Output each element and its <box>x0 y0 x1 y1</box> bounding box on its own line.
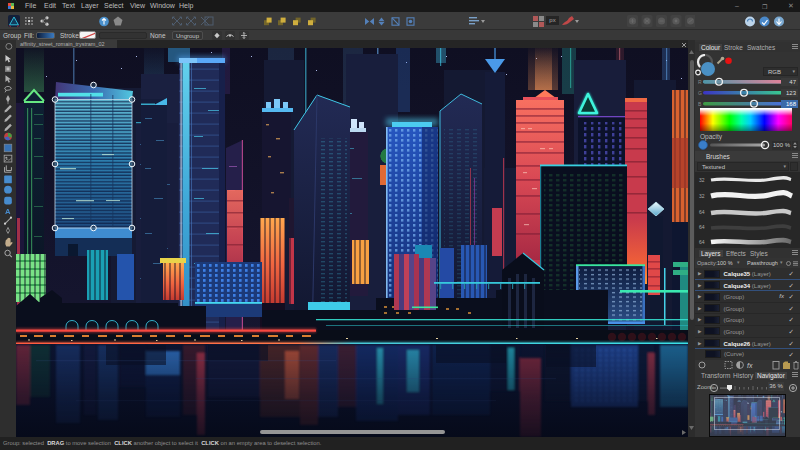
svg-text:A: A <box>5 207 11 216</box>
svg-text:64: 64 <box>699 209 705 215</box>
svg-text:fx: fx <box>747 362 753 369</box>
svg-text:R: R <box>698 79 702 85</box>
svg-text:64: 64 <box>699 224 705 230</box>
svg-text:64: 64 <box>699 239 705 245</box>
svg-text:32: 32 <box>699 177 705 183</box>
svg-text:G: G <box>698 90 702 96</box>
svg-text:32: 32 <box>699 193 705 199</box>
svg-text:B: B <box>698 101 702 107</box>
